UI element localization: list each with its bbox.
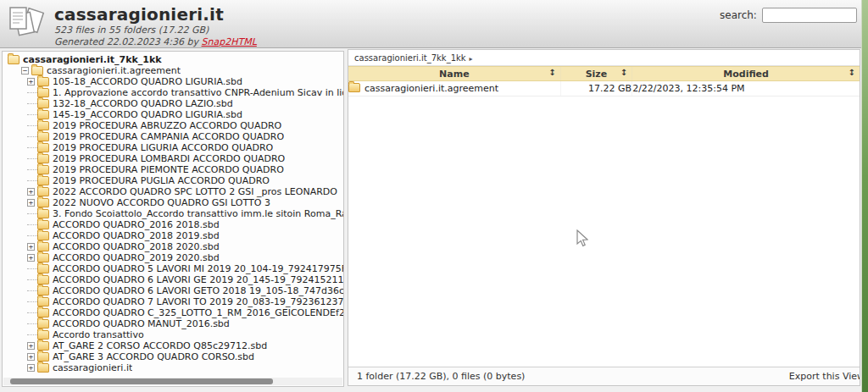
table-header-row: Name↕ Size↕ Modified↕ — [348, 67, 860, 81]
tree-item[interactable]: 2019 PROCEDURA ABRUZZO ACCORDO QUADRO — [3, 120, 343, 131]
breadcrumb-path[interactable]: cassaragionieri.it_7kk_1kk — [354, 53, 466, 63]
folder-icon — [37, 187, 49, 196]
tree-item-label: 2019 PROCEDURA CAMPANIA ACCORDO QUADRO — [53, 131, 284, 142]
expand-icon[interactable]: + — [27, 364, 35, 372]
collapse-icon[interactable]: − — [21, 67, 29, 75]
expand-icon[interactable]: + — [27, 199, 35, 207]
tree-item-label: ACCORDO QUADRO 5 LAVORI MI 2019 20_104-1… — [53, 263, 343, 274]
breadcrumb[interactable]: cassaragionieri.it_7kk_1kk▸ — [348, 50, 860, 66]
tree-connector — [27, 125, 37, 126]
folder-icon — [37, 308, 49, 317]
tree-item[interactable]: ACCORDO QUADRO_2018 2019.sbd — [3, 230, 343, 241]
tree-item[interactable]: 2019 PROCEDURA LOMBARDI ACCORDO QUADRO — [3, 153, 343, 164]
folder-icon — [37, 77, 49, 86]
page-vertical-scrollbar[interactable] — [861, 0, 868, 392]
tree-scrollbar-thumb[interactable] — [10, 378, 273, 384]
tree-connector — [27, 136, 37, 137]
sort-icon: ↕ — [548, 68, 555, 77]
generated-prefix: Generated 22.02.2023 4:36 by — [54, 36, 202, 47]
tree-item[interactable]: +ACCORDO QUADRO_2019 2020.sbd — [3, 252, 343, 263]
stats-line: 523 files in 55 folders (17.22 GB) — [54, 25, 257, 36]
tree-item[interactable]: +105-18_ACCORDO QUADRO LIGURIA.sbd — [3, 76, 343, 87]
export-view-link[interactable]: Export this View — [789, 371, 860, 382]
tree-item[interactable]: +AT_GARE 2 CORSO ACCORDO Q85c29712.sbd — [3, 340, 343, 351]
folder-icon — [37, 286, 49, 295]
expand-icon[interactable]: + — [27, 342, 35, 350]
column-header-name[interactable]: Name↕ — [348, 67, 560, 81]
tree-connector — [27, 114, 37, 115]
tree-item[interactable]: ACCORDO QUADRO 5 LAVORI MI 2019 20_104-1… — [3, 263, 343, 274]
folder-icon — [37, 264, 49, 273]
tree-item[interactable]: +cassaragionieri.it — [3, 362, 343, 373]
tree-item[interactable]: +2022 NUOVO ACCORDO QUADRO GSI LOTTO 3 — [3, 197, 343, 208]
search-area: search: ? — [720, 8, 868, 23]
tree-connector — [27, 180, 37, 181]
sort-icon: ↕ — [849, 68, 855, 77]
row-name[interactable]: cassaragionieri.it.agreement — [364, 83, 498, 94]
tree-item[interactable]: −cassaragionieri.it.agreement — [3, 65, 343, 76]
row-modified: 2/22/2023, 12:35:54 PM — [632, 81, 860, 97]
folder-icon — [37, 99, 49, 108]
status-bar: 1 folder (17.22 GB), 0 files (0 bytes) E… — [348, 367, 860, 385]
expand-icon[interactable]: + — [27, 254, 35, 262]
tree-item[interactable]: ACCORDO QUADRO MANUT_2016.sbd — [3, 318, 343, 329]
tree-item-label: AT_GARE 2 CORSO ACCORDO Q85c29712.sbd — [53, 340, 267, 351]
tree-item[interactable]: ACCORDO QUADRO 6 LAVORI GE 2019 20_145-1… — [3, 274, 343, 285]
table-row[interactable]: cassaragionieri.it.agreement17.22 GB2/22… — [348, 81, 860, 97]
tree-item[interactable]: ACCORDO QUADRO_2016 2018.sbd — [3, 219, 343, 230]
tree-item-label: 2019 PROCEDURA LIGURIA ACCORDO QUADRO — [53, 142, 273, 153]
tree-connector — [27, 158, 37, 159]
tree-item[interactable]: 2019 PROCEDURA PUGLIA ACCORDO QUADRO — [3, 175, 343, 186]
tree-item[interactable]: ACCORDO QUADRO C_325_LOTTO_1_RM_2016_GEI… — [3, 307, 343, 318]
tree-item-label: 132-18_ACCORDO QUADRO LAZIO.sbd — [53, 98, 233, 109]
tree-item[interactable]: 145-19_ACCORDO QUADRO LIGURIA.sbd — [3, 109, 343, 120]
tree-item-label: ACCORDO QUADRO 6 LAVORI GETO 2018 19_105… — [53, 285, 343, 296]
tree-item-label: 2019 PROCEDURA ABRUZZO ACCORDO QUADRO — [53, 120, 281, 131]
tree-item[interactable]: 2019 PROCEDURA PIEMONTE ACCORDO QUADRO — [3, 164, 343, 175]
tree-item[interactable]: +2022 ACCORDO QUADRO SPC LOTTO 2 GSI _pr… — [3, 186, 343, 197]
tree-item[interactable]: ACCORDO QUADRO 6 LAVORI GETO 2018 19_105… — [3, 285, 343, 296]
folder-icon — [37, 242, 49, 251]
tree-item-label: ACCORDO QUADRO_2016 2018.sbd — [53, 219, 220, 230]
column-header-modified[interactable]: Modified↕ — [632, 67, 860, 81]
tree-item[interactable]: 3. Fondo Scoiattolo_Accordo transattivo … — [3, 208, 343, 219]
tree-item-label: 1. Approvazione accordo transattivo CNPR… — [53, 87, 343, 98]
tree-item-label: AT_GARE 3 ACCORDO QUADRO CORSO.sbd — [53, 351, 254, 362]
tree-item-label: ACCORDO QUADRO_2019 2020.sbd — [53, 252, 220, 263]
folder-icon — [37, 297, 49, 306]
expand-icon[interactable]: + — [27, 353, 35, 361]
search-input[interactable] — [762, 8, 857, 23]
tree-root-label: cassaragionieri.it_7kk_1kk — [23, 54, 162, 65]
folder-icon — [37, 88, 49, 97]
tree-item[interactable]: ACCORDO QUADRO 7 LAVORI TO 2019 20_083-1… — [3, 296, 343, 307]
folder-icon — [37, 209, 49, 218]
folder-tree-items: −cassaragionieri.it.agreement+105-18_ACC… — [3, 65, 343, 373]
tree-connector — [27, 323, 37, 324]
tree-connector — [27, 312, 37, 313]
tree-root-item[interactable]: cassaragionieri.it_7kk_1kk — [3, 54, 343, 65]
tree-connector — [27, 169, 37, 170]
tree-item[interactable]: 2019 PROCEDURA CAMPANIA ACCORDO QUADRO — [3, 131, 343, 142]
column-header-size[interactable]: Size↕ — [560, 67, 632, 81]
tree-item[interactable]: +AT_GARE 3 ACCORDO QUADRO CORSO.sbd — [3, 351, 343, 362]
tree-item[interactable]: 2019 PROCEDURA LIGURIA ACCORDO QUADRO — [3, 142, 343, 153]
documents-stack-icon — [7, 5, 49, 42]
folder-icon — [37, 220, 49, 229]
tree-item-label: 145-19_ACCORDO QUADRO LIGURIA.sbd — [53, 109, 242, 120]
folder-icon — [31, 66, 43, 75]
tree-connector — [27, 235, 37, 236]
tree-item-label: 2022 ACCORDO QUADRO SPC LOTTO 2 GSI _pro… — [53, 186, 337, 197]
expand-icon[interactable]: + — [27, 188, 35, 196]
folder-icon — [37, 253, 49, 262]
tree-item-label: 2019 PROCEDURA PUGLIA ACCORDO QUADRO — [53, 175, 270, 186]
tree-item[interactable]: 1. Approvazione accordo transattivo CNPR… — [3, 87, 343, 98]
expand-icon[interactable]: + — [27, 78, 35, 86]
expand-icon[interactable]: + — [27, 243, 35, 251]
tree-item[interactable]: 132-18_ACCORDO QUADRO LAZIO.sbd — [3, 98, 343, 109]
tree-item[interactable]: +ACCORDO QUADRO_2018 2020.sbd — [3, 241, 343, 252]
folder-icon — [37, 352, 49, 362]
snap2html-link[interactable]: Snap2HTML — [202, 36, 257, 47]
tree-item-label: ACCORDO QUADRO_2018 2020.sbd — [53, 241, 220, 252]
folder-icon — [37, 198, 49, 207]
tree-item[interactable]: Accordo transattivo — [3, 329, 343, 340]
